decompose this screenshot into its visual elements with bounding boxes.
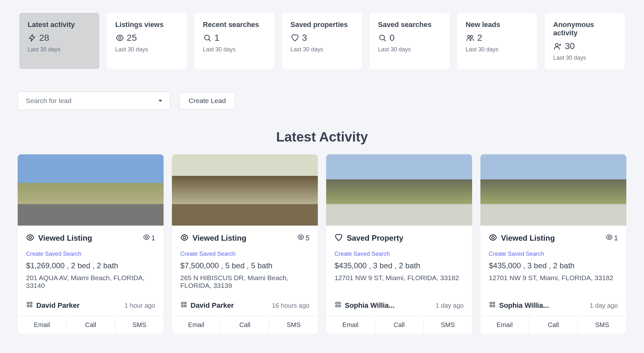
create-saved-search-link[interactable]: Create Saved Search (180, 251, 236, 257)
stat-title: New leads (466, 21, 529, 29)
listing-image[interactable] (172, 154, 318, 226)
stat-value: 28 (39, 33, 49, 43)
email-button[interactable]: Email (480, 316, 529, 334)
activity-card: Viewed Listing1Create Saved Search$435,0… (480, 154, 626, 334)
sms-button[interactable]: SMS (115, 316, 164, 334)
stat-card[interactable]: Latest activity28Last 30 days (19, 13, 99, 69)
stat-card[interactable]: Saved searches0Last 30 days (370, 13, 450, 69)
call-button[interactable]: Call (221, 316, 270, 334)
eye-icon (180, 233, 189, 243)
eye-icon (143, 234, 150, 243)
agent-name[interactable]: Sophia Willia... (499, 301, 549, 310)
activity-card: Viewed Listing1Create Saved Search$1,269… (18, 154, 164, 334)
email-button[interactable]: Email (18, 316, 67, 334)
search-lead-placeholder: Search for lead (26, 97, 71, 105)
create-saved-search-link[interactable]: Create Saved Search (26, 251, 81, 257)
card-actions: EmailCallSMS (326, 316, 472, 334)
call-button[interactable]: Call (67, 316, 115, 334)
sms-button[interactable]: SMS (269, 316, 318, 334)
activity-cards-row: Viewed Listing1Create Saved Search$1,269… (0, 154, 644, 334)
price-line: $435,000 , 3 bed , 2 bath (489, 261, 618, 270)
card-actions: EmailCallSMS (480, 316, 626, 334)
views-count: 5 (297, 234, 309, 243)
views-count: 1 (143, 234, 155, 243)
stat-card[interactable]: Listings views25Last 30 days (107, 13, 187, 69)
agent-name[interactable]: Sophia Willia... (345, 301, 395, 310)
time-ago: 16 hours ago (272, 302, 309, 309)
stat-value: 25 (127, 33, 137, 43)
stat-card[interactable]: Recent searches1Last 30 days (194, 13, 274, 69)
sms-button[interactable]: SMS (578, 316, 626, 334)
card-actions: EmailCallSMS (172, 316, 318, 334)
time-ago: 1 day ago (435, 302, 464, 309)
stat-card[interactable]: Saved properties3Last 30 days (282, 13, 362, 69)
heart-icon (291, 33, 300, 42)
grid-icon (180, 301, 187, 310)
address-line: 265 N HIBISCUS DR, Miami Beach, FLORIDA,… (180, 274, 309, 292)
agent-name[interactable]: David Parker (191, 301, 234, 310)
heart-icon (335, 233, 343, 243)
stat-card[interactable]: New leads2Last 30 days (457, 13, 537, 69)
create-saved-search-link[interactable]: Create Saved Search (489, 251, 544, 257)
call-button[interactable]: Call (375, 316, 424, 334)
stat-subtitle: Last 30 days (115, 46, 179, 53)
stat-title: Saved searches (378, 21, 441, 29)
price-line: $1,269,000 , 2 bed , 2 bath (26, 261, 155, 270)
stat-value: 3 (302, 33, 307, 43)
stat-title: Anonymous activity (553, 21, 616, 37)
people-icon (466, 33, 475, 42)
stat-value: 1 (214, 33, 219, 43)
time-ago: 1 hour ago (124, 302, 155, 309)
activity-type-label: Saved Property (347, 234, 403, 243)
listing-image[interactable] (480, 154, 626, 226)
eye-icon (489, 233, 497, 243)
eye-icon (115, 33, 124, 42)
stat-subtitle: Last 30 days (28, 46, 91, 53)
stat-subtitle: Last 30 days (466, 46, 529, 53)
search-lead-select[interactable]: Search for lead (18, 91, 170, 110)
stat-title: Latest activity (28, 21, 91, 29)
eye-icon (297, 234, 304, 243)
address-line: 201 AQUA AV, Miami Beach, FLORIDA, 33140 (26, 274, 155, 292)
activity-card: Saved PropertyCreate Saved Search$435,00… (326, 154, 472, 334)
stat-value: 0 (389, 33, 395, 43)
stats-panel: Latest activity28Last 30 daysListings vi… (0, 0, 644, 79)
eye-icon (606, 234, 613, 243)
search-icon (378, 33, 387, 42)
activity-type-label: Viewed Listing (501, 234, 555, 243)
stat-subtitle: Last 30 days (553, 55, 616, 61)
card-actions: EmailCallSMS (18, 316, 164, 334)
price-line: $435,000 , 3 bed , 2 bath (335, 261, 464, 270)
stat-title: Listings views (115, 21, 179, 29)
stat-title: Recent searches (203, 21, 266, 29)
email-button[interactable]: Email (172, 316, 221, 334)
stat-title: Saved properties (291, 21, 354, 29)
sms-button[interactable]: SMS (424, 316, 472, 334)
call-button[interactable]: Call (529, 316, 578, 334)
stat-value: 2 (477, 33, 482, 43)
grid-icon (489, 301, 496, 310)
stat-card[interactable]: Anonymous activity30Last 30 days (545, 13, 625, 69)
create-lead-button[interactable]: Create Lead (179, 92, 235, 109)
eye-icon (26, 233, 34, 243)
controls-row: Search for lead Create Lead (0, 79, 644, 110)
create-saved-search-link[interactable]: Create Saved Search (335, 251, 390, 257)
agent-name[interactable]: David Parker (36, 301, 80, 310)
activity-card: Viewed Listing5Create Saved Search$7,500… (172, 154, 318, 334)
address-line: 12701 NW 9 ST, Miami, FLORIDA, 33182 (335, 274, 464, 292)
grid-icon (26, 301, 33, 310)
listing-image[interactable] (18, 154, 164, 226)
section-heading: Latest Activity (0, 129, 644, 145)
anon-icon (553, 42, 562, 51)
search-icon (203, 33, 212, 42)
email-button[interactable]: Email (326, 316, 375, 334)
address-line: 12701 NW 9 ST, Miami, FLORIDA, 33182 (489, 274, 618, 292)
views-count: 1 (606, 234, 618, 243)
price-line: $7,500,000 , 5 bed , 5 bath (180, 261, 309, 270)
caret-down-icon (158, 100, 162, 102)
grid-icon (335, 301, 342, 310)
stat-subtitle: Last 30 days (203, 46, 266, 53)
stat-value: 30 (565, 41, 575, 51)
stat-subtitle: Last 30 days (291, 46, 354, 53)
listing-image[interactable] (326, 154, 472, 226)
